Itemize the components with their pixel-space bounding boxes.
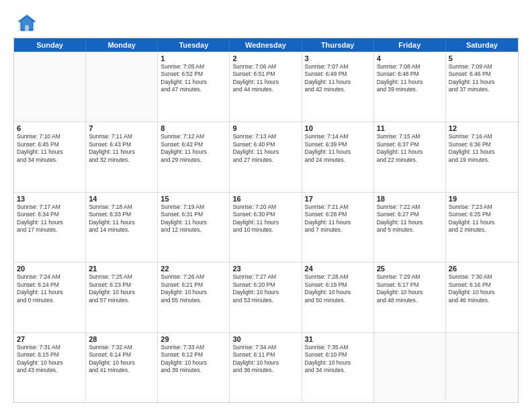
- cell-line: Daylight: 10 hours: [232, 289, 298, 296]
- day-number: 27: [17, 335, 83, 343]
- cell-line: Daylight: 10 hours: [449, 289, 515, 296]
- cell-line: and 19 minutes.: [449, 156, 515, 164]
- cell-line: Sunrise: 7:07 AM: [305, 63, 371, 71]
- cell-line: and 27 minutes.: [232, 156, 298, 164]
- cell-line: and 32 minutes.: [89, 156, 154, 164]
- calendar-row-3: 13Sunrise: 7:17 AMSunset: 6:34 PMDayligh…: [14, 192, 518, 262]
- day-cell-11: 11Sunrise: 7:15 AMSunset: 6:37 PMDayligh…: [374, 122, 446, 191]
- weekday-header-sunday: Sunday: [14, 38, 86, 52]
- cell-line: Sunset: 6:39 PM: [305, 141, 371, 148]
- cell-line: and 41 minutes.: [89, 367, 154, 374]
- day-number: 17: [305, 195, 371, 203]
- day-number: 29: [161, 335, 226, 343]
- cell-line: Sunrise: 7:32 AM: [89, 344, 154, 351]
- calendar: SundayMondayTuesdayWednesdayThursdayFrid…: [13, 38, 519, 403]
- cell-line: Daylight: 11 hours: [449, 79, 515, 86]
- day-cell-27: 27Sunrise: 7:31 AMSunset: 6:15 PMDayligh…: [14, 333, 86, 402]
- cell-line: Sunrise: 7:29 AM: [377, 273, 443, 281]
- cell-line: Sunrise: 7:27 AM: [232, 273, 298, 281]
- cell-line: and 34 minutes.: [17, 156, 83, 164]
- cell-line: Daylight: 11 hours: [89, 148, 154, 156]
- day-cell-12: 12Sunrise: 7:16 AMSunset: 6:36 PMDayligh…: [446, 122, 518, 191]
- day-number: 23: [232, 265, 298, 273]
- cell-line: and 7 minutes.: [305, 226, 371, 234]
- cell-line: Daylight: 11 hours: [377, 148, 443, 156]
- cell-line: and 14 minutes.: [89, 226, 154, 234]
- cell-line: Sunset: 6:10 PM: [305, 351, 371, 359]
- cell-line: Sunset: 6:16 PM: [449, 281, 515, 289]
- cell-line: Daylight: 11 hours: [305, 219, 371, 226]
- cell-line: Sunset: 6:34 PM: [17, 211, 83, 218]
- cell-line: Sunrise: 7:12 AM: [161, 133, 226, 140]
- cell-line: Daylight: 11 hours: [305, 148, 371, 156]
- day-cell-28: 28Sunrise: 7:32 AMSunset: 6:14 PMDayligh…: [86, 333, 158, 402]
- calendar-header: SundayMondayTuesdayWednesdayThursdayFrid…: [14, 38, 518, 52]
- cell-line: Daylight: 11 hours: [377, 79, 443, 86]
- cell-line: Daylight: 11 hours: [377, 219, 443, 226]
- day-cell-15: 15Sunrise: 7:19 AMSunset: 6:31 PMDayligh…: [158, 193, 230, 262]
- cell-line: and 5 minutes.: [377, 226, 443, 234]
- cell-line: Daylight: 11 hours: [449, 219, 515, 226]
- cell-line: Sunset: 6:24 PM: [17, 281, 83, 289]
- cell-line: Sunset: 6:36 PM: [449, 141, 515, 148]
- day-cell-22: 22Sunrise: 7:26 AMSunset: 6:21 PMDayligh…: [158, 263, 230, 332]
- cell-line: and 53 minutes.: [232, 297, 298, 304]
- cell-line: Daylight: 10 hours: [17, 359, 83, 367]
- day-number: 2: [232, 54, 298, 62]
- cell-line: Sunrise: 7:06 AM: [232, 63, 298, 71]
- calendar-row-5: 27Sunrise: 7:31 AMSunset: 6:15 PMDayligh…: [14, 332, 518, 402]
- cell-line: Sunset: 6:19 PM: [305, 281, 371, 289]
- cell-line: and 29 minutes.: [161, 156, 226, 164]
- empty-cell: [86, 52, 158, 122]
- calendar-row-2: 6Sunrise: 7:10 AMSunset: 6:45 PMDaylight…: [14, 122, 518, 191]
- weekday-header-wednesday: Wednesday: [230, 38, 302, 52]
- day-cell-3: 3Sunrise: 7:07 AMSunset: 6:49 PMDaylight…: [302, 52, 374, 122]
- cell-line: Sunrise: 7:25 AM: [89, 273, 154, 281]
- day-cell-7: 7Sunrise: 7:11 AMSunset: 6:43 PMDaylight…: [86, 122, 158, 191]
- cell-line: and 12 minutes.: [161, 226, 226, 234]
- cell-line: Sunrise: 7:08 AM: [377, 63, 443, 71]
- cell-line: Sunset: 6:52 PM: [161, 71, 226, 78]
- day-number: 12: [449, 124, 515, 132]
- day-number: 18: [377, 195, 443, 203]
- cell-line: Sunrise: 7:17 AM: [17, 203, 83, 211]
- weekday-header-thursday: Thursday: [302, 38, 374, 52]
- header: [13, 11, 519, 32]
- cell-line: Sunset: 6:37 PM: [377, 141, 443, 148]
- empty-cell: [446, 333, 518, 402]
- cell-line: and 36 minutes.: [232, 367, 298, 374]
- day-cell-8: 8Sunrise: 7:12 AMSunset: 6:42 PMDaylight…: [158, 122, 230, 191]
- day-cell-6: 6Sunrise: 7:10 AMSunset: 6:45 PMDaylight…: [14, 122, 86, 191]
- cell-line: Sunset: 6:45 PM: [17, 141, 83, 148]
- cell-line: Sunset: 6:42 PM: [161, 141, 226, 148]
- cell-line: Daylight: 11 hours: [305, 79, 371, 86]
- cell-line: Sunrise: 7:26 AM: [161, 273, 226, 281]
- day-number: 13: [17, 195, 83, 203]
- cell-line: Sunset: 6:28 PM: [305, 211, 371, 218]
- day-cell-10: 10Sunrise: 7:14 AMSunset: 6:39 PMDayligh…: [302, 122, 374, 191]
- cell-line: and 39 minutes.: [377, 86, 443, 93]
- day-number: 7: [89, 124, 154, 132]
- day-number: 11: [377, 124, 443, 132]
- cell-line: Sunset: 6:14 PM: [89, 351, 154, 359]
- cell-line: Daylight: 10 hours: [232, 359, 298, 367]
- cell-line: Sunset: 6:33 PM: [89, 211, 154, 218]
- cell-line: Sunset: 6:21 PM: [161, 281, 226, 289]
- cell-line: Daylight: 11 hours: [89, 219, 154, 226]
- day-cell-20: 20Sunrise: 7:24 AMSunset: 6:24 PMDayligh…: [14, 263, 86, 332]
- cell-line: Daylight: 10 hours: [89, 289, 154, 296]
- cell-line: Sunrise: 7:19 AM: [161, 203, 226, 211]
- day-number: 19: [449, 195, 515, 203]
- cell-line: and 43 minutes.: [17, 367, 83, 374]
- cell-line: Daylight: 10 hours: [161, 289, 226, 296]
- logo-icon: [17, 13, 36, 32]
- day-cell-21: 21Sunrise: 7:25 AMSunset: 6:23 PMDayligh…: [86, 263, 158, 332]
- cell-line: Daylight: 10 hours: [161, 359, 226, 367]
- day-cell-13: 13Sunrise: 7:17 AMSunset: 6:34 PMDayligh…: [14, 193, 86, 262]
- day-number: 3: [305, 54, 371, 62]
- day-number: 15: [161, 195, 226, 203]
- cell-line: Sunrise: 7:28 AM: [305, 273, 371, 281]
- cell-line: Sunrise: 7:20 AM: [232, 203, 298, 211]
- calendar-row-1: 1Sunrise: 7:05 AMSunset: 6:52 PMDaylight…: [14, 52, 518, 122]
- day-cell-23: 23Sunrise: 7:27 AMSunset: 6:20 PMDayligh…: [230, 263, 302, 332]
